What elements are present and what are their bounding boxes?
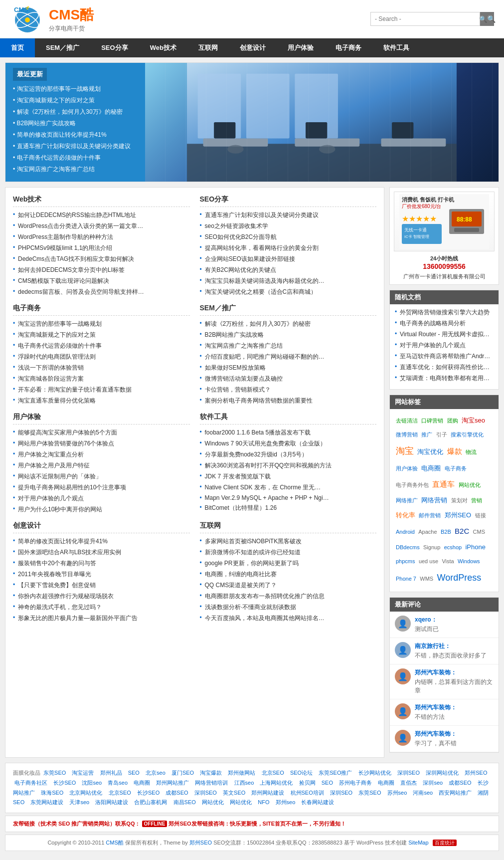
article-link[interactable]: 提升电子商务网站易用性的10个注意事项: [18, 484, 126, 491]
article-link[interactable]: WordPress点击分类进入该分类的第一篇文章…: [18, 222, 143, 229]
nav-item-ecommerce[interactable]: 电子商务: [325, 38, 372, 57]
tag-link[interactable]: Vista: [442, 556, 454, 567]
footer-link[interactable]: SEO: [322, 780, 333, 786]
footer-link[interactable]: 淘宝爆款: [200, 770, 222, 776]
tag-link[interactable]: DBdecms: [396, 542, 420, 553]
footer-site-link[interactable]: CMS酷: [106, 840, 123, 846]
doc-link[interactable]: 对于用户体验的几个观点: [400, 342, 466, 349]
footer-link[interactable]: 网站优化: [230, 799, 252, 805]
tag-link[interactable]: WordPress: [437, 569, 482, 587]
article-link[interactable]: 你扮内衣超强撩作行为规秘现场脱衣: [18, 593, 114, 600]
tag-link[interactable]: 团购: [447, 415, 458, 426]
footer-link[interactable]: 东莞网站建设: [30, 799, 63, 805]
tag-link[interactable]: 直通车: [432, 477, 455, 492]
tag-link[interactable]: 网站优化: [459, 479, 481, 490]
tag-link[interactable]: ecshop: [444, 542, 462, 553]
nav-item-internet[interactable]: 互联网: [187, 38, 229, 57]
footer-link[interactable]: 成都SEO: [449, 780, 471, 786]
article-link[interactable]: B2B网站推广实战攻略: [205, 331, 264, 338]
article-link[interactable]: CMS酷模版下载出现评论问题解决: [18, 277, 109, 284]
footer-link[interactable]: 北京SEO: [262, 770, 284, 776]
article-link[interactable]: PHPCMSv9模版limit 1,1的用法介绍: [18, 244, 112, 251]
footer-link[interactable]: 英文SEO: [223, 790, 245, 796]
article-link[interactable]: 浮躁时代的电商团队管理法则: [18, 353, 96, 360]
tag-link[interactable]: 搜索引擎优化: [451, 429, 484, 440]
tag-link[interactable]: Android: [396, 526, 415, 537]
article-link[interactable]: 有关B2C网站优化的关键点: [205, 266, 276, 273]
article-link[interactable]: 淘宝商城新规之下的应对之策: [18, 331, 96, 338]
footer-link[interactable]: 合肥山寨机网: [134, 799, 167, 805]
doc-link[interactable]: 直通车优化：如何获得高性价比流量: [400, 364, 494, 371]
tag-link[interactable]: 郑州SEO: [445, 509, 471, 522]
nav-item-web[interactable]: Web技术: [139, 38, 187, 57]
doc-link[interactable]: 外贸网络营销做搜索引擎六大趋势: [400, 309, 490, 316]
tag-link[interactable]: 营销: [471, 495, 482, 506]
article-link[interactable]: 电商圈群朋友发布布一条招聘优化推广的信息: [205, 593, 325, 600]
footer-link[interactable]: 青岛seo: [108, 780, 128, 786]
footer-link[interactable]: 成都SEO: [166, 790, 188, 796]
tag-link[interactable]: 微博营销: [396, 429, 418, 440]
footer-baidu-stat[interactable]: 百度统计: [433, 840, 457, 846]
tag-link[interactable]: Phone 7: [396, 573, 416, 584]
nav-item-ux[interactable]: 用户体验: [277, 38, 325, 57]
article-link[interactable]: 服装销售中20个有趣的问与答: [18, 560, 96, 567]
tag-link[interactable]: 策划对: [451, 495, 468, 506]
doc-link[interactable]: 至马迈软件商店将帮助推广Android应用软件: [400, 353, 494, 360]
footer-link[interactable]: 江西seo: [234, 780, 254, 786]
tag-link[interactable]: 引子: [436, 429, 447, 440]
article-link[interactable]: 对于用户体验的几个观点: [18, 495, 84, 502]
tag-link[interactable]: 邮件营销: [419, 510, 441, 521]
article-link[interactable]: 提高网站转化率，看看网络行业的黄金分割: [205, 244, 319, 251]
article-link[interactable]: 新浪微博你不知道的或许你已经知道: [205, 549, 301, 556]
article-link[interactable]: 用户为什么10秒中离开你的网站: [18, 506, 102, 513]
featured-link[interactable]: 淘宝网店推广之淘客推广总结: [17, 166, 95, 173]
article-link[interactable]: 如果做好SEM投放策略: [205, 364, 266, 371]
footer-link[interactable]: 沈阳seo: [82, 780, 102, 786]
footer-link[interactable]: 北京网站优化: [69, 790, 102, 796]
footer-link[interactable]: 网站优化: [202, 799, 224, 805]
footer-link[interactable]: 郑州做网站: [228, 770, 255, 776]
footer-link[interactable]: 厦门SEO: [171, 770, 194, 776]
footer-link[interactable]: 长沙SEO: [137, 790, 160, 796]
tag-link[interactable]: 淘宝seo: [462, 414, 485, 427]
tag-link[interactable]: Windows: [458, 556, 480, 567]
footer-link[interactable]: 苏州电子商务: [339, 780, 372, 786]
footer-sitemap[interactable]: SiteMap: [408, 840, 428, 846]
tag-link[interactable]: WMS: [420, 573, 433, 584]
footer-theme-author[interactable]: 郑州SEO: [189, 840, 212, 846]
footer-link[interactable]: 电商圈: [134, 780, 150, 786]
footer-link[interactable]: SEO论坛: [290, 770, 313, 776]
footer-link[interactable]: 网络营销培训: [195, 780, 228, 786]
article-link[interactable]: 电子商务代运营必须做的十件事: [18, 342, 102, 349]
article-link[interactable]: 淘宝宝贝标题关键词筛选及海内标题优化的…: [205, 277, 325, 284]
featured-link[interactable]: 电子商务代运营必须做的十件事: [17, 154, 101, 161]
doc-link[interactable]: 电子商务的战略格局分析: [400, 320, 466, 327]
nav-item-software[interactable]: 软件工具: [372, 38, 420, 57]
tag-link[interactable]: 链接: [475, 510, 486, 521]
article-link[interactable]: 能够提高淘宝买家用户体验的5个方面: [18, 429, 117, 436]
article-link[interactable]: 国外来源吧结合AR与LBS技术应用实例: [18, 549, 121, 556]
tag-link[interactable]: 去链清洁: [396, 415, 418, 426]
article-link[interactable]: 电商圈，纠缠的电商社比赛: [205, 571, 277, 578]
footer-link[interactable]: 长沙SEO: [53, 780, 76, 786]
footer-link[interactable]: 郑州网站建设: [251, 790, 284, 796]
footer-link[interactable]: 西安网站推广: [439, 790, 472, 796]
tag-link[interactable]: 推广: [421, 429, 432, 440]
tag-link[interactable]: 口碑营销: [421, 415, 443, 426]
article-link[interactable]: Mapn Ver.2.9 MySQL + Apache + PHP + Ngi…: [205, 494, 329, 501]
article-link[interactable]: 案例分析电子商务网络营销数据的重要性: [205, 397, 313, 404]
footer-link[interactable]: 珠海SEO: [41, 790, 63, 796]
footer-link[interactable]: 电子商务社区: [14, 780, 47, 786]
featured-link[interactable]: B2B网站推广实战攻略: [17, 120, 76, 127]
article-link[interactable]: JDK 7 开发者预览版下载: [205, 473, 271, 480]
doc-link[interactable]: 艾瑞调查：电商转数率都有老用户决定: [400, 375, 494, 382]
footer-link[interactable]: 东莞SEO: [358, 790, 381, 796]
footer-link[interactable]: 苏州seo: [387, 790, 407, 796]
article-link[interactable]: 开车必看：用淘宝的量子统计看直通车数据: [18, 386, 132, 393]
footer-link[interactable]: SEO: [128, 770, 140, 776]
footer-link[interactable]: 捡贝网: [299, 780, 316, 786]
article-link[interactable]: 网站用户体验营销要做的76个体验点: [18, 440, 114, 447]
article-link[interactable]: 网站该不近限制用户的「体验」: [18, 473, 102, 480]
article-link[interactable]: foobar2000 1.1.6 Beta 5播放器发布下载: [205, 429, 311, 436]
nav-item-seo[interactable]: SEO分享: [90, 38, 139, 57]
